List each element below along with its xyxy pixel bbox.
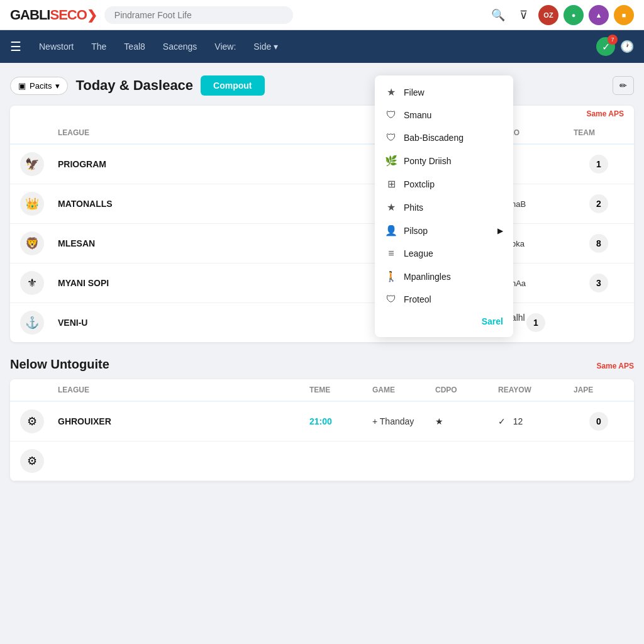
table-row[interactable]: ⚓ VENI-U 111:03 #2 #d ★ Kealhl 12 1: [10, 303, 634, 342]
nav-newstort[interactable]: Newstort: [31, 36, 81, 57]
dropdown-label-sarel: Sarel: [482, 316, 503, 326]
top-bar: GABLISECO❯ 🔍 ⊽ OZ ● ▲ ■: [0, 0, 644, 30]
dropdown-label-smanu: Smanu: [404, 110, 431, 120]
team-logo-ghrouixer: ⚙: [20, 409, 44, 433]
nav-view[interactable]: View:: [207, 36, 243, 57]
star-icon: ★: [385, 86, 397, 98]
dropdown-label-filew: Filew: [404, 87, 425, 97]
th2-reayow: REAYOW: [498, 386, 574, 394]
top-icons: 🔍 ⊽ OZ ● ▲ ■: [488, 5, 634, 25]
dropdown-menu: ★ Filew 🛡 Smanu 🛡 Bab-Biscadeng 🌿 Ponty …: [375, 75, 513, 337]
search-input[interactable]: [104, 6, 293, 24]
edit-button[interactable]: ✏: [613, 76, 634, 95]
nav-right: ✓ 7 🕐: [596, 37, 634, 56]
nav-bar: ☰ Newstort The Teal8 Sacengs View: Side …: [0, 30, 644, 63]
num-veniu: 1: [526, 313, 545, 332]
shield-froteol-icon: 🛡: [385, 294, 397, 305]
dropdown-item-phits[interactable]: ★ Phits: [375, 196, 513, 219]
person-icon: 👤: [385, 225, 397, 236]
th2-jape: JAPE: [574, 386, 624, 394]
team-name-ghrouixer: GHROUIXER: [58, 416, 309, 426]
dropdown-item-league[interactable]: ≡ League: [375, 242, 513, 265]
pacits-label: Pacits: [30, 81, 52, 91]
shield-smanu-icon: 🛡: [385, 109, 397, 121]
section2-title: Nelow Untoguite: [10, 357, 109, 372]
team-logo-veniu: ⚓: [20, 311, 44, 335]
chevron-down-icon: ▾: [274, 42, 278, 52]
dropdown-label-froteol: Froteol: [404, 294, 431, 304]
star-phits-icon: ★: [385, 201, 397, 213]
same-aps-label: Same APS: [586, 109, 624, 118]
table-row[interactable]: 🦅 PRIOGRAM 12:00 #3 # 1: [10, 145, 634, 184]
table-header1: LEAGUE TEME PA3 ENEO TEAM: [10, 122, 634, 145]
pacits-select[interactable]: ▣ Pacits ▾: [10, 77, 68, 95]
section2-table: LEAGUE TEME GAME CDPO REAYOW JAPE ⚙ GHRO…: [10, 379, 634, 481]
dropdown-label-pilsop: Pilsop: [404, 226, 428, 236]
avatar-purple[interactable]: ▲: [589, 5, 609, 25]
team-name-veniu: VENI-U: [58, 318, 385, 328]
team-logo-priogram: 🦅: [20, 152, 44, 176]
dropdown-item-smanu[interactable]: 🛡 Smanu: [375, 104, 513, 126]
arrow-right-icon: ▶: [497, 226, 503, 235]
dropdown-item-froteol[interactable]: 🛡 Froteol: [375, 288, 513, 311]
section1-table: Same APS LEAGUE TEME PA3 ENEO TEAM 🦅 PRI…: [10, 106, 634, 342]
compout-button[interactable]: Compout: [201, 75, 264, 96]
nav-the[interactable]: The: [84, 36, 114, 57]
dropdown-item-filew[interactable]: ★ Filew: [375, 80, 513, 104]
leaf-icon: 🌿: [385, 155, 397, 167]
table-row[interactable]: ⚜ MYANI SOPI 23:02 + TeanAa 3: [10, 264, 634, 303]
team-logo-myani: ⚜: [20, 271, 44, 295]
num-matonalls: 2: [589, 194, 608, 213]
dropdown-label-phits: Phits: [404, 203, 423, 213]
nav-side[interactable]: Side ▾: [246, 36, 286, 57]
pacits-icon: ▣: [18, 81, 26, 91]
cdpo-ghrouixer: ★: [435, 416, 498, 426]
dropdown-item-pilsop[interactable]: 👤 Pilsop ▶: [375, 219, 513, 242]
team-name-priogram: PRIOGRAM: [58, 159, 385, 169]
notification-badge: 7: [608, 35, 618, 45]
notifications-button[interactable]: ✓ 7: [596, 37, 615, 56]
dropdown-item-ponty[interactable]: 🌿 Ponty Driish: [375, 149, 513, 172]
avatar-green[interactable]: ●: [564, 5, 584, 25]
clock-button[interactable]: 🕐: [620, 40, 634, 53]
avatar-oz[interactable]: OZ: [538, 5, 558, 25]
table-header2: LEAGUE TEME GAME CDPO REAYOW JAPE: [10, 379, 634, 402]
hamburger-button[interactable]: ☰: [10, 39, 21, 54]
th2-cdpo: CDPO: [435, 386, 498, 394]
team-logo-matonalls: 👑: [20, 192, 44, 216]
th2-league: LEAGUE: [58, 386, 309, 394]
th-team: TEAM: [574, 128, 624, 137]
table-row[interactable]: 👑 MATONALLS 21:08 + TounaB 2: [10, 184, 634, 224]
dropdown-item-sarel[interactable]: Sarel: [375, 311, 513, 332]
team-logo-partial: ⚙: [20, 449, 44, 473]
team-name-mlesan: MLESAN: [58, 238, 385, 248]
game-ghrouixer: + Thanday: [372, 416, 435, 426]
same-aps-row: Same APS: [10, 106, 634, 122]
dropdown-label-ponty: Ponty Driish: [404, 156, 451, 166]
nav-teal8[interactable]: Teal8: [116, 36, 152, 57]
logo: GABLISECO❯: [10, 7, 97, 23]
nav-sacengs[interactable]: Sacengs: [155, 36, 204, 57]
person2-icon: 🚶: [385, 270, 397, 282]
th2-teme: TEME: [309, 386, 372, 394]
avatar-yellow[interactable]: ■: [614, 5, 634, 25]
dropdown-item-mpanlingles[interactable]: 🚶 Mpanlingles: [375, 265, 513, 288]
filter-button[interactable]: ⊽: [513, 5, 533, 25]
shield-bab-icon: 🛡: [385, 132, 397, 143]
search-button[interactable]: 🔍: [488, 5, 508, 25]
num-ghrouixer: 0: [589, 412, 608, 431]
dropdown-item-poxtclip[interactable]: ⊞ Poxtclip: [375, 172, 513, 196]
th-league: LEAGUE: [58, 128, 385, 137]
time-ghrouixer: 21:00: [309, 416, 372, 426]
table-row[interactable]: ⚙ GHROUIXER 21:00 + Thanday ★ ✓ 12 0: [10, 402, 634, 441]
section2-header: Nelow Untoguite Same APS: [10, 357, 634, 374]
list-icon: ≡: [385, 248, 397, 259]
num-mlesan: 8: [589, 234, 608, 253]
th2-game: GAME: [372, 386, 435, 394]
team-name-matonalls: MATONALLS: [58, 199, 385, 209]
table-row[interactable]: ⚙: [10, 441, 634, 481]
dropdown-item-bab[interactable]: 🛡 Bab-Biscadeng: [375, 126, 513, 149]
table-row[interactable]: 🦁 MLESAN 121:22 + Toabka 8: [10, 224, 634, 264]
num-priogram: 1: [589, 155, 608, 174]
section1-title: Today & Dasleace: [75, 77, 193, 94]
